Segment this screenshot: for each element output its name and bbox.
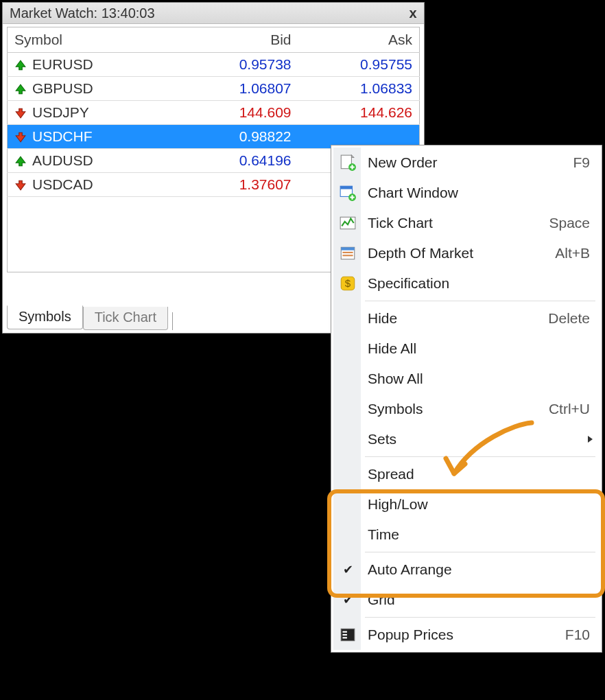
- table-row[interactable]: EURUSD0.957380.95755: [8, 53, 420, 77]
- col-bid[interactable]: Bid: [178, 27, 298, 53]
- popup-prices-icon: [339, 626, 357, 644]
- menu-label: Grid: [368, 592, 590, 608]
- svg-rect-9: [342, 255, 353, 256]
- menu-separator: [365, 617, 595, 618]
- symbol-cell: USDCHF: [8, 125, 178, 149]
- menu-grid[interactable]: ✔ Grid: [333, 585, 600, 615]
- bid-cell: 1.06807: [178, 77, 298, 101]
- menu-popup-prices[interactable]: Popup Prices F10: [333, 620, 600, 650]
- bid-cell: 0.64196: [178, 149, 298, 173]
- menu-label: High/Low: [368, 496, 590, 513]
- menu-label: Time: [368, 526, 590, 543]
- menu-label: Hide: [368, 310, 548, 327]
- arrow-up-icon: [14, 82, 27, 95]
- bid-cell: 144.609: [178, 101, 298, 125]
- market-watch-title: Market Watch: 13:40:03: [10, 5, 155, 21]
- symbol-name: USDCAD: [32, 176, 93, 193]
- menu-accel: Ctrl+U: [549, 401, 590, 417]
- symbol-cell: USDCAD: [8, 173, 178, 197]
- menu-separator: [365, 301, 595, 301]
- svg-text:$: $: [345, 277, 351, 289]
- specification-icon: $: [339, 275, 357, 292]
- submenu-arrow-icon: [588, 436, 593, 443]
- symbol-cell: EURUSD: [8, 53, 178, 77]
- svg-rect-13: [342, 631, 347, 633]
- symbol-name: AUDUSD: [32, 152, 93, 169]
- menu-sets[interactable]: Sets: [333, 424, 600, 454]
- menu-accel: Delete: [548, 310, 590, 327]
- svg-rect-3: [340, 186, 352, 189]
- svg-rect-15: [342, 637, 347, 638]
- market-watch-titlebar: Market Watch: 13:40:03 x: [3, 3, 424, 24]
- arrow-up-icon: [14, 154, 27, 167]
- ask-cell: 1.06833: [298, 77, 420, 101]
- menu-hide-all[interactable]: Hide All: [333, 334, 600, 364]
- svg-rect-14: [342, 634, 347, 635]
- menu-label: Show All: [368, 371, 590, 387]
- bid-cell: 1.37607: [178, 173, 298, 197]
- table-row[interactable]: USDJPY144.609144.626: [8, 101, 420, 125]
- symbol-name: GBPUSD: [32, 80, 93, 97]
- checkmark-icon: ✔: [343, 592, 353, 607]
- col-ask[interactable]: Ask: [298, 27, 420, 53]
- menu-label: Popup Prices: [368, 627, 565, 643]
- menu-label: Sets: [368, 431, 590, 447]
- bid-cell: 0.95738: [178, 53, 298, 77]
- menu-high-low[interactable]: High/Low: [333, 489, 600, 520]
- menu-spread[interactable]: Spread: [333, 459, 600, 489]
- arrow-down-icon: [14, 106, 27, 119]
- menu-accel: Alt+B: [555, 245, 590, 261]
- arrow-up-icon: [14, 58, 27, 71]
- menu-label: Spread: [368, 466, 590, 482]
- symbol-name: EURUSD: [32, 56, 93, 73]
- new-order-icon: [339, 154, 357, 172]
- depth-icon: [339, 244, 357, 262]
- symbol-name: USDJPY: [32, 104, 89, 121]
- menu-label: Auto Arrange: [368, 561, 590, 578]
- symbol-cell: AUDUSD: [8, 149, 178, 173]
- chart-window-icon: [339, 184, 357, 202]
- table-header-row: Symbol Bid Ask: [8, 27, 420, 53]
- arrow-down-icon: [14, 178, 27, 191]
- menu-label: Depth Of Market: [368, 245, 555, 261]
- menu-accel: F9: [573, 154, 590, 171]
- menu-label: Chart Window: [368, 185, 590, 201]
- close-button[interactable]: x: [406, 6, 420, 20]
- menu-new-order[interactable]: New Order F9: [333, 148, 600, 178]
- bid-cell: 0.98822: [178, 125, 298, 149]
- menu-hide[interactable]: Hide Delete: [333, 303, 600, 334]
- menu-accel: F10: [565, 627, 590, 643]
- menu-label: Symbols: [368, 401, 549, 417]
- tab-separator: [172, 312, 173, 330]
- arrow-down-icon: [14, 130, 27, 143]
- menu-time[interactable]: Time: [333, 520, 600, 550]
- menu-label: Tick Chart: [368, 215, 549, 231]
- svg-rect-8: [342, 252, 353, 253]
- menu-show-all[interactable]: Show All: [333, 364, 600, 394]
- menu-specification[interactable]: $ Specification: [333, 268, 600, 299]
- context-menu: New Order F9 Chart Window Tick Chart Spa…: [331, 145, 602, 653]
- symbol-name: USDCHF: [32, 128, 93, 145]
- menu-tick-chart[interactable]: Tick Chart Space: [333, 208, 600, 238]
- menu-chart-window[interactable]: Chart Window: [333, 178, 600, 208]
- menu-label: Specification: [368, 275, 590, 292]
- menu-depth-of-market[interactable]: Depth Of Market Alt+B: [333, 238, 600, 268]
- menu-label: New Order: [368, 154, 573, 171]
- symbol-cell: USDJPY: [8, 101, 178, 125]
- menu-auto-arrange[interactable]: ✔ Auto Arrange: [333, 555, 600, 585]
- menu-symbols[interactable]: Symbols Ctrl+U: [333, 394, 600, 424]
- menu-separator: [365, 552, 595, 552]
- tab-tick-chart[interactable]: Tick Chart: [83, 307, 168, 330]
- tick-chart-icon: [339, 214, 357, 232]
- table-row[interactable]: GBPUSD1.068071.06833: [8, 77, 420, 101]
- menu-separator: [365, 456, 595, 457]
- symbol-cell: GBPUSD: [8, 77, 178, 101]
- tab-symbols[interactable]: Symbols: [7, 305, 83, 329]
- menu-accel: Space: [549, 215, 590, 231]
- ask-cell: 144.626: [298, 101, 420, 125]
- menu-label: Hide All: [368, 340, 590, 357]
- svg-rect-7: [341, 247, 355, 250]
- ask-cell: 0.95755: [298, 53, 420, 77]
- col-symbol[interactable]: Symbol: [8, 27, 178, 53]
- checkmark-icon: ✔: [343, 562, 353, 577]
